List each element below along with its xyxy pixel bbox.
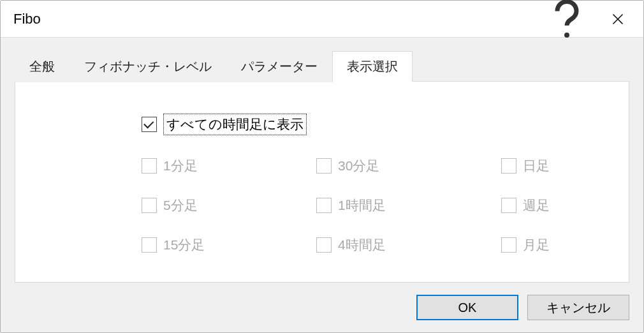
svg-point-0 xyxy=(564,33,569,38)
ok-button[interactable]: OK xyxy=(416,295,518,320)
option-d1: 日足 xyxy=(501,157,603,175)
timeframe-grid: 1分足 30分足 日足 5分足 1時間足 xyxy=(142,157,603,254)
option-m30: 30分足 xyxy=(316,157,501,175)
tab-general[interactable]: 全般 xyxy=(15,51,70,82)
option-h1: 1時間足 xyxy=(316,196,501,214)
dialog-window: Fibo 全般 フィボナッチ・レベル パラメーター 表示選択 すべての時間足に表… xyxy=(0,0,644,333)
master-checkbox-row: すべての時間足に表示 xyxy=(142,114,603,135)
m1-checkbox[interactable] xyxy=(142,158,157,174)
option-label: 4時間足 xyxy=(338,236,386,254)
mn-checkbox[interactable] xyxy=(501,237,516,253)
option-m15: 15分足 xyxy=(142,236,316,254)
cancel-button[interactable]: キャンセル xyxy=(527,295,629,320)
dialog-footer: OK キャンセル xyxy=(1,283,643,332)
content-area: 全般 フィボナッチ・レベル パラメーター 表示選択 すべての時間足に表示 1分足… xyxy=(1,38,643,283)
tab-label: パラメーター xyxy=(241,59,318,73)
window-title: Fibo xyxy=(13,11,541,27)
m30-checkbox[interactable] xyxy=(316,158,332,174)
m5-checkbox[interactable] xyxy=(142,198,157,213)
show-all-timeframes-checkbox[interactable] xyxy=(142,117,157,132)
option-label: 5分足 xyxy=(163,196,198,214)
option-label: 1時間足 xyxy=(338,196,386,214)
tabstrip: 全般 フィボナッチ・レベル パラメーター 表示選択 xyxy=(15,50,629,82)
tab-label: 表示選択 xyxy=(347,59,398,73)
show-all-timeframes-label: すべての時間足に表示 xyxy=(163,114,307,135)
button-label: OK xyxy=(458,300,477,315)
option-h4: 4時間足 xyxy=(316,236,501,254)
close-button[interactable] xyxy=(592,1,643,38)
h1-checkbox[interactable] xyxy=(316,198,332,213)
option-label: 日足 xyxy=(523,157,550,175)
option-m5: 5分足 xyxy=(142,196,316,214)
help-button[interactable] xyxy=(541,1,592,38)
tab-parameters[interactable]: パラメーター xyxy=(226,51,332,82)
option-w1: 週足 xyxy=(501,196,603,214)
m15-checkbox[interactable] xyxy=(142,237,157,253)
tab-panel: すべての時間足に表示 1分足 30分足 日足 5分足 xyxy=(15,81,629,283)
tab-label: 全般 xyxy=(29,59,55,73)
option-label: 週足 xyxy=(523,196,550,214)
tab-fibo-levels[interactable]: フィボナッチ・レベル xyxy=(70,51,226,82)
option-mn: 月足 xyxy=(501,236,603,254)
button-label: キャンセル xyxy=(546,299,610,316)
option-m1: 1分足 xyxy=(142,157,316,175)
option-label: 1分足 xyxy=(163,157,198,175)
option-label: 月足 xyxy=(523,236,550,254)
tab-display-select[interactable]: 表示選択 xyxy=(332,51,413,82)
titlebar: Fibo xyxy=(1,1,643,38)
h4-checkbox[interactable] xyxy=(316,237,332,253)
d1-checkbox[interactable] xyxy=(501,158,516,174)
option-label: 15分足 xyxy=(163,236,205,254)
w1-checkbox[interactable] xyxy=(501,198,516,213)
tab-label: フィボナッチ・レベル xyxy=(84,59,212,73)
close-icon xyxy=(611,13,624,26)
option-label: 30分足 xyxy=(338,157,379,175)
